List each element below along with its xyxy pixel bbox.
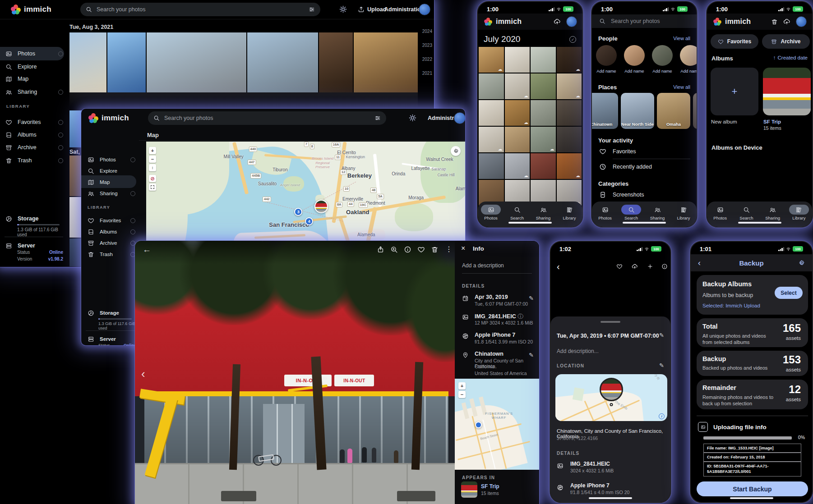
add-description-field[interactable]: Add description... [557,348,599,354]
sidebar-item-albums[interactable]: Albums [5,129,63,141]
map-hide-markers-button[interactable]: ⊘ [149,175,156,182]
upload-cloud-icon[interactable] [632,263,638,270]
immich-logo[interactable]: immich [88,113,129,123]
photo-tile[interactable]: ☁ [505,153,530,179]
place-tile[interactable]: Chinatown [591,93,618,129]
photo-tile[interactable]: ☁ [505,100,530,126]
photo-tile[interactable]: ☁ [479,47,504,73]
favorites-button[interactable]: Favorites [711,34,758,49]
new-album-tile[interactable]: + [711,68,758,115]
edit-date-icon[interactable]: ✎ [659,332,664,339]
favorite-icon[interactable] [616,263,623,270]
photo-tile[interactable]: ☁ [531,127,556,152]
sidebar-item-albums[interactable]: Albums [88,226,135,238]
photo-tile[interactable]: ☁ [505,73,530,99]
home-indicator[interactable] [730,497,773,499]
home-indicator[interactable] [589,497,632,499]
add-description-field[interactable]: Add a description [462,262,504,269]
map-zoom-in-button[interactable]: + [149,147,156,154]
share-icon[interactable] [377,246,384,253]
sidebar-item-sharing[interactable]: Sharing [5,86,63,98]
info-icon[interactable] [661,263,668,270]
previous-photo-chevron[interactable]: ‹ [141,367,145,381]
photo-tile[interactable] [107,32,146,92]
sidebar-item-archive[interactable]: Archive [5,142,63,153]
drag-handle[interactable] [601,321,620,323]
photo-tile[interactable] [319,32,353,92]
add-name-label[interactable]: Add name [596,69,616,73]
sidebar-item-favorites[interactable]: Favorites [88,215,135,226]
minimap-zoom-out[interactable]: − [458,391,466,398]
nav-library[interactable]: Library [786,205,812,220]
add-name-label[interactable]: Add name [624,69,644,73]
info-icon[interactable] [404,246,411,253]
user-avatar[interactable] [566,16,577,27]
photo-tile[interactable] [479,100,504,126]
person-item[interactable]: Add name [651,45,673,80]
photo-tile[interactable] [479,73,504,99]
theme-toggle-button[interactable] [339,5,347,13]
nav-sharing[interactable]: Sharing [530,205,556,220]
minimap-zoom-in[interactable]: + [458,382,466,389]
timeline-year[interactable]: 2023 [422,43,432,48]
edit-date-icon[interactable]: ✎ [529,295,534,302]
trash-icon[interactable] [771,18,778,25]
album-thumbnail[interactable] [461,481,477,498]
theme-toggle-button[interactable] [409,114,416,122]
photo-cluster-marker[interactable]: 4 [305,217,313,225]
photo-tile[interactable] [557,127,582,152]
sidebar-item-map[interactable]: Map [88,176,135,188]
photo-tile[interactable]: ☁ [557,47,582,73]
add-name-label[interactable]: Add name [652,69,672,73]
user-avatar[interactable] [796,16,807,27]
search-filter-icon[interactable] [374,115,381,121]
person-item[interactable]: Add name [624,45,645,80]
select-button[interactable]: Select [775,287,803,299]
add-icon[interactable] [647,263,653,270]
photo-tile[interactable]: ☁ [557,73,582,99]
person-item[interactable]: Add name [679,45,697,80]
sidebar-item-photos[interactable]: Photos [88,154,135,165]
nav-sharing[interactable]: Sharing [644,205,670,220]
sidebar-item-map[interactable]: Map [5,73,63,85]
back-button[interactable]: ← [143,245,151,255]
sidebar-item-sharing[interactable]: Sharing [88,188,135,199]
sidebar-item-favorites[interactable]: Favorites [5,116,63,128]
nav-photos[interactable]: Photos [478,205,504,220]
user-avatar[interactable] [454,112,465,124]
places-view-all[interactable]: View all [673,84,690,90]
map-zoom-out-button[interactable]: − [149,156,156,163]
sidebar-item-trash[interactable]: Trash [5,155,63,166]
nav-photos[interactable]: Photos [707,205,733,220]
photo-map-marker[interactable] [314,200,328,213]
nav-search[interactable]: Search [733,205,759,220]
photo-tile[interactable] [505,47,530,73]
photo-cluster-marker[interactable]: 3 [294,208,302,216]
archive-button[interactable]: Archive [762,34,810,49]
edit-location-icon[interactable]: ✎ [659,362,664,369]
photo-tile[interactable] [69,32,106,92]
select-all-icon[interactable]: ✓ [569,36,576,43]
photo-tile[interactable] [354,32,418,92]
nav-library[interactable]: Library [670,205,697,220]
backup-cloud-icon[interactable] [783,18,790,25]
info-minimap[interactable]: FISHERMAN'S WHARF Beach Street + − [455,379,539,470]
sidebar-item-archive[interactable]: Archive [88,237,135,249]
edit-location-icon[interactable]: ✎ [529,352,534,358]
delete-icon[interactable] [431,246,439,253]
timeline-year[interactable]: 2024 [422,29,432,34]
album-tile-sf-trip[interactable] [763,68,811,115]
backup-cloud-icon[interactable] [554,18,561,25]
nav-library[interactable]: Library [556,205,582,220]
close-icon[interactable]: × [461,244,465,252]
location-map-card[interactable]: - San Francisco Ferry R The Emb i [555,374,667,421]
add-name-label[interactable]: Add name [680,69,697,73]
photo-tile[interactable]: ☁ [557,153,582,179]
map-attribution-icon[interactable]: i [659,413,665,419]
sidebar-item-explore[interactable]: Explore [88,165,135,177]
sidebar-item-photos[interactable]: Photos [5,48,63,60]
photo-tile[interactable]: ☁ [479,127,504,152]
screenshots-row[interactable]: Screenshots [592,191,697,198]
photo-tile[interactable] [247,32,318,92]
nav-sharing[interactable]: Sharing [760,205,786,220]
